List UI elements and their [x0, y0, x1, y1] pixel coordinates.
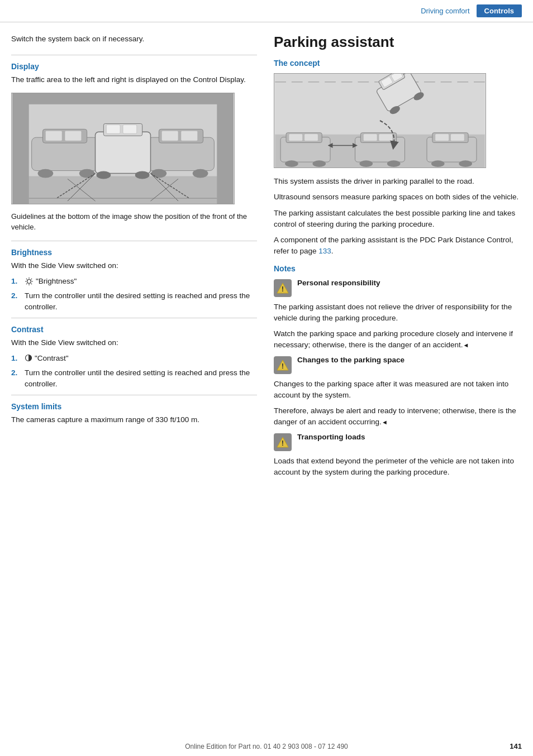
contrast-intro: With the Side View switched on: — [11, 337, 257, 348]
divider-brightness — [11, 241, 257, 241]
concept-heading: The concept — [274, 59, 522, 68]
warning-icon-1: ! — [274, 279, 292, 297]
svg-rect-45 — [289, 134, 303, 141]
system-limits-text: The cameras capture a maximum range of 3… — [11, 414, 257, 425]
svg-point-59 — [431, 160, 445, 167]
svg-point-60 — [459, 160, 472, 167]
side-view-image — [11, 93, 235, 204]
divider-contrast — [11, 318, 257, 318]
note-2-body: Changes to the parking space — [297, 356, 522, 365]
contrast-step-1-text: "Contrast" — [35, 353, 69, 364]
svg-rect-46 — [304, 134, 318, 141]
svg-text:!: ! — [282, 362, 284, 370]
brightness-step-1-text: "Brightness" — [36, 276, 77, 287]
page-133-link[interactable]: 133 — [318, 247, 331, 255]
notes-heading: Notes — [274, 264, 522, 273]
brightness-step-2-text: Turn the controller until the desired se… — [25, 290, 257, 313]
brightness-list: 1. "Brightness" 2. Turn the controll — [11, 276, 257, 313]
parking-text-3: The parking assistant calculates the bes… — [274, 208, 522, 231]
svg-point-22 — [135, 171, 150, 179]
half-circle-icon — [25, 354, 32, 362]
svg-line-36 — [31, 283, 32, 284]
note-3-text-1: Loads that extend beyond the perimeter o… — [274, 456, 522, 479]
svg-rect-52 — [379, 134, 393, 141]
page-title: Parking assistant — [274, 34, 522, 51]
intro-text: Switch the system back on if necessary. — [11, 34, 257, 45]
note-1-body: Personal responsibility — [297, 279, 522, 288]
back-triangle-2: ◄ — [382, 418, 388, 427]
svg-rect-14 — [181, 131, 198, 141]
note-3-body: Transporting loads — [297, 433, 522, 442]
note-1-text-2: Watch the parking space and parking proc… — [274, 328, 522, 351]
note-2-title: Changes to the parking space — [297, 356, 522, 364]
contrast-step-1: 1. "Contrast" — [11, 353, 257, 364]
note-1-text-1: The parking assistant does not relieve t… — [274, 302, 522, 324]
contrast-step-1-num: 1. — [11, 353, 23, 364]
contrast-heading: Contrast — [11, 325, 257, 334]
note-1-title: Personal responsibility — [297, 279, 522, 287]
back-triangle-1: ◄ — [463, 341, 469, 350]
svg-rect-13 — [161, 131, 178, 141]
svg-rect-57 — [435, 134, 449, 141]
page-content: Switch the system back on if necessary. … — [0, 22, 533, 505]
svg-point-53 — [359, 160, 373, 167]
svg-text:!: ! — [282, 439, 284, 447]
side-view-svg — [12, 93, 234, 204]
note-2-text-1: Changes to the parking space after it wa… — [274, 379, 522, 401]
svg-point-47 — [285, 160, 298, 167]
header-driving-comfort: Driving comfort — [421, 7, 469, 15]
page-footer: Online Edition for Part no. 01 40 2 903 … — [0, 743, 533, 750]
svg-line-35 — [26, 279, 27, 279]
brightness-step-1-num: 1. — [11, 276, 23, 287]
header-bar: Driving comfort Controls — [0, 0, 533, 22]
header-controls-tab: Controls — [477, 4, 522, 17]
svg-rect-1 — [12, 176, 234, 204]
svg-point-54 — [387, 160, 401, 167]
svg-rect-4 — [12, 93, 234, 104]
svg-rect-7 — [45, 131, 62, 141]
svg-point-9 — [38, 169, 54, 178]
display-heading: Display — [11, 62, 257, 71]
note-2-block: ! Changes to the parking space — [274, 356, 522, 374]
svg-rect-20 — [123, 125, 137, 133]
svg-point-30 — [27, 279, 31, 283]
contrast-list: 1. "Contrast" 2. Turn the controller unt… — [11, 353, 257, 390]
parking-text-4: A component of the parking assistant is … — [274, 235, 522, 257]
parking-text-1: This system assists the driver in parkin… — [274, 176, 522, 187]
warning-icon-3: ! — [274, 433, 292, 451]
system-limits-heading: System limits — [11, 402, 257, 411]
svg-rect-51 — [363, 134, 377, 141]
brightness-intro: With the Side View switched on: — [11, 260, 257, 271]
right-column: Parking assistant The concept — [274, 34, 522, 482]
parking-assistant-image — [274, 73, 486, 168]
brightness-step-2-num: 2. — [11, 290, 23, 302]
svg-rect-8 — [65, 131, 82, 141]
divider-system-limits — [11, 395, 257, 395]
note-3-block: ! Transporting loads — [274, 433, 522, 451]
divider-display — [11, 55, 257, 55]
display-text: The traffic area to the left and right i… — [11, 74, 257, 85]
sun-icon — [25, 277, 34, 286]
page-number: 141 — [510, 742, 522, 750]
svg-rect-58 — [450, 134, 464, 141]
contrast-step-2: 2. Turn the controller until the desired… — [11, 367, 257, 390]
svg-point-16 — [193, 169, 208, 178]
svg-rect-19 — [106, 125, 120, 133]
svg-point-48 — [312, 160, 326, 167]
svg-rect-2 — [12, 93, 29, 204]
note-2-text-2: Therefore, always be alert and ready to … — [274, 405, 522, 428]
note-3-title: Transporting loads — [297, 433, 522, 441]
brightness-step-2: 2. Turn the controller until the desired… — [11, 290, 257, 313]
warning-triangle-2: ! — [277, 359, 289, 371]
warning-triangle-1: ! — [277, 282, 289, 294]
note-1-block: ! Personal responsibility — [274, 279, 522, 297]
brightness-heading: Brightness — [11, 248, 257, 257]
svg-line-38 — [26, 283, 27, 284]
online-edition-text: Online Edition for Part no. 01 40 2 903 … — [185, 743, 348, 750]
contrast-step-2-text: Turn the controller until the desired se… — [25, 367, 257, 390]
brightness-step-1: 1. "Brightness" — [11, 276, 257, 287]
contrast-step-2-num: 2. — [11, 367, 23, 379]
svg-line-37 — [31, 279, 32, 279]
car-caption: Guidelines at the bottom of the image sh… — [11, 211, 257, 233]
parking-text-2: Ultrasound sensors measure parking space… — [274, 192, 522, 203]
